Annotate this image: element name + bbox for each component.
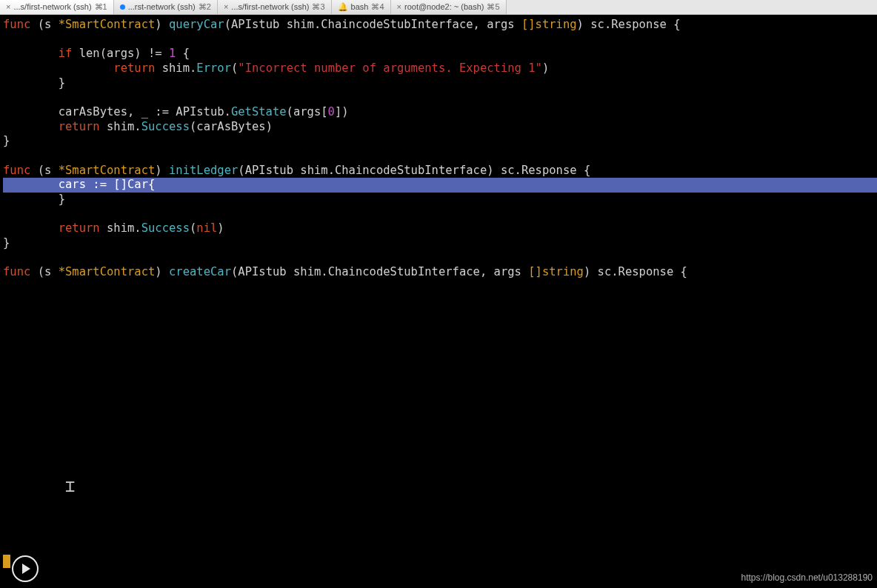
close-icon[interactable]: × [397, 2, 401, 13]
code-line [3, 33, 877, 47]
code-line: } [3, 134, 877, 149]
tab-label: ...rst-network (ssh) [128, 2, 196, 13]
code-line: func (s *SmartContract) createCar(APIstu… [3, 265, 877, 280]
code-line: return shim.Success(nil) [3, 221, 877, 236]
code-line: cars := []Car{ [3, 178, 877, 193]
modified-dot-icon[interactable] [120, 4, 125, 10]
tab-shortcut: ⌘3 [312, 2, 324, 13]
watermark: https://blog.csdn.net/u013288190 [741, 572, 873, 584]
code-line: func (s *SmartContract) initLedger(APIst… [3, 164, 877, 178]
play-button[interactable] [12, 555, 39, 582]
code-line: } [3, 193, 877, 207]
tab-3[interactable]: ×...s/first-network (ssh)⌘3 [218, 0, 332, 14]
code-line: return shim.Success(carAsBytes) [3, 120, 877, 135]
tab-2[interactable]: ...rst-network (ssh)⌘2 [114, 0, 218, 14]
code-line: } [3, 76, 877, 91]
play-icon [22, 564, 30, 574]
bell-icon[interactable]: 🔔 [338, 2, 348, 13]
tab-5[interactable]: ×root@node2: ~ (bash)⌘5 [391, 0, 507, 14]
code-line [3, 90, 877, 105]
tab-bar: ×...s/first-network (ssh)⌘1...rst-networ… [0, 0, 877, 15]
code-line: return shim.Error("Incorrect number of a… [3, 61, 877, 76]
tab-shortcut: ⌘5 [487, 2, 499, 13]
code-line: if len(args) != 1 { [3, 47, 877, 61]
tab-label: root@node2: ~ (bash) [404, 2, 484, 13]
tab-label: bash [351, 2, 369, 13]
code-editor[interactable]: func (s *SmartContract) queryCar(APIstub… [0, 15, 877, 280]
code-line: } [3, 236, 877, 251]
code-line [3, 149, 877, 164]
code-line: carAsBytes, _ := APIstub.GetState(args[0… [3, 105, 877, 120]
tab-shortcut: ⌘1 [95, 2, 107, 13]
close-icon[interactable]: × [224, 2, 228, 13]
tab-shortcut: ⌘2 [199, 2, 211, 13]
tab-shortcut: ⌘4 [371, 2, 384, 13]
tab-label: ...s/first-network (ssh) [231, 2, 309, 13]
tab-label: ...s/first-network (ssh) [13, 2, 91, 13]
tab-1[interactable]: ×...s/first-network (ssh)⌘1 [0, 0, 114, 14]
code-line [3, 251, 877, 266]
text-caret-icon: ⌶ [65, 476, 75, 497]
tab-4[interactable]: 🔔bash⌘4 [332, 0, 391, 14]
code-line: func (s *SmartContract) queryCar(APIstub… [3, 18, 877, 33]
close-icon[interactable]: × [6, 2, 10, 13]
code-line [3, 207, 877, 222]
terminal-cursor [3, 555, 10, 568]
